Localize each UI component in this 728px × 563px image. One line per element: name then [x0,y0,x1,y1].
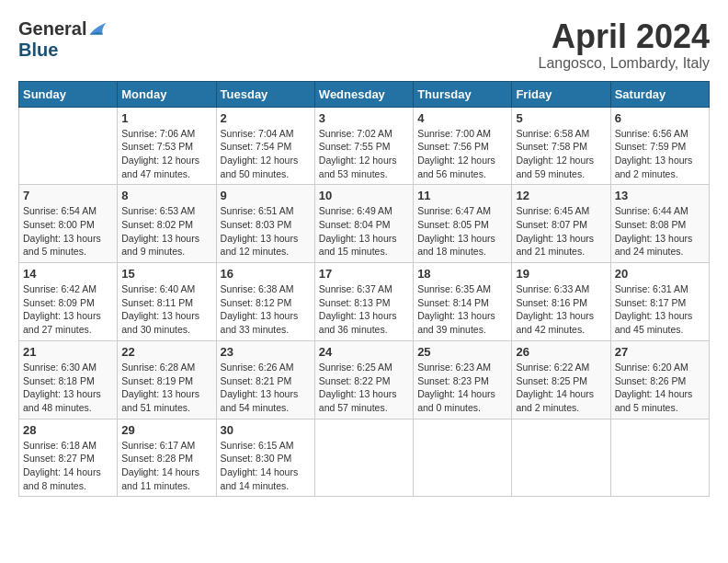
day-number: 8 [121,189,211,202]
calendar-day-cell: 11Sunrise: 6:47 AM Sunset: 8:05 PM Dayli… [414,185,512,263]
day-info: Sunrise: 6:23 AM Sunset: 8:23 PM Dayligh… [417,361,507,415]
calendar-day-cell: 23Sunrise: 6:26 AM Sunset: 8:21 PM Dayli… [216,340,314,419]
calendar-day-cell: 17Sunrise: 6:37 AM Sunset: 8:13 PM Dayli… [314,263,413,341]
calendar-week-row: 1Sunrise: 7:06 AM Sunset: 7:53 PM Daylig… [19,107,710,185]
logo: General Blue [18,18,110,61]
day-info: Sunrise: 6:15 AM Sunset: 8:30 PM Dayligh… [221,439,311,493]
day-number: 3 [319,111,409,125]
calendar-table: SundayMondayTuesdayWednesdayThursdayFrid… [18,81,710,498]
day-number: 2 [221,111,311,125]
day-info: Sunrise: 6:49 AM Sunset: 8:04 PM Dayligh… [319,204,409,259]
day-info: Sunrise: 6:44 AM Sunset: 8:08 PM Dayligh… [615,204,705,259]
logo-general-text: General [18,18,86,40]
calendar-day-cell: 14Sunrise: 6:42 AM Sunset: 8:09 PM Dayli… [19,263,118,341]
calendar-day-cell: 19Sunrise: 6:33 AM Sunset: 8:16 PM Dayli… [512,263,610,341]
location-text: Langosco, Lombardy, Italy [539,55,710,72]
calendar-weekday-friday: Friday [512,81,610,107]
calendar-week-row: 21Sunrise: 6:30 AM Sunset: 8:18 PM Dayli… [19,340,710,419]
calendar-day-cell: 7Sunrise: 6:54 AM Sunset: 8:00 PM Daylig… [19,185,118,263]
calendar-day-cell: 21Sunrise: 6:30 AM Sunset: 8:18 PM Dayli… [19,340,118,419]
day-info: Sunrise: 6:45 AM Sunset: 8:07 PM Dayligh… [516,204,606,259]
day-number: 13 [615,189,705,202]
day-number: 4 [417,111,507,125]
calendar-weekday-saturday: Saturday [610,81,709,107]
day-info: Sunrise: 6:28 AM Sunset: 8:19 PM Dayligh… [121,361,211,415]
day-info: Sunrise: 6:53 AM Sunset: 8:02 PM Dayligh… [121,204,211,259]
calendar-day-cell: 5Sunrise: 6:58 AM Sunset: 7:58 PM Daylig… [512,107,610,185]
day-number: 26 [516,345,606,359]
calendar-day-cell: 16Sunrise: 6:38 AM Sunset: 8:12 PM Dayli… [216,263,314,341]
calendar-weekday-thursday: Thursday [414,81,512,107]
day-info: Sunrise: 6:47 AM Sunset: 8:05 PM Dayligh… [417,204,507,259]
day-number: 29 [121,423,211,437]
calendar-week-row: 28Sunrise: 6:18 AM Sunset: 8:27 PM Dayli… [19,419,710,497]
calendar-weekday-monday: Monday [118,81,216,107]
day-number: 11 [417,189,507,202]
day-number: 25 [417,345,507,359]
day-number: 16 [221,267,311,281]
day-info: Sunrise: 6:31 AM Sunset: 8:17 PM Dayligh… [615,282,705,337]
day-number: 28 [23,423,113,437]
logo-bird-icon [88,21,110,38]
calendar-day-cell: 22Sunrise: 6:28 AM Sunset: 8:19 PM Dayli… [118,340,216,419]
day-number: 18 [417,267,507,281]
calendar-day-cell [512,419,610,497]
day-number: 20 [615,267,705,281]
calendar-day-cell: 15Sunrise: 6:40 AM Sunset: 8:11 PM Dayli… [118,263,216,341]
day-info: Sunrise: 7:04 AM Sunset: 7:54 PM Dayligh… [221,127,311,181]
calendar-day-cell [314,419,413,497]
day-number: 1 [121,111,211,125]
day-number: 6 [615,111,705,125]
day-number: 15 [121,267,211,281]
calendar-day-cell: 29Sunrise: 6:17 AM Sunset: 8:28 PM Dayli… [118,419,216,497]
day-number: 17 [319,267,409,281]
title-section: April 2024 Langosco, Lombardy, Italy [539,18,710,72]
calendar-day-cell: 28Sunrise: 6:18 AM Sunset: 8:27 PM Dayli… [19,419,118,497]
calendar-weekday-wednesday: Wednesday [314,81,413,107]
calendar-day-cell: 26Sunrise: 6:22 AM Sunset: 8:25 PM Dayli… [512,340,610,419]
calendar-day-cell: 13Sunrise: 6:44 AM Sunset: 8:08 PM Dayli… [610,185,709,263]
day-number: 7 [23,189,113,202]
calendar-week-row: 7Sunrise: 6:54 AM Sunset: 8:00 PM Daylig… [19,185,710,263]
day-info: Sunrise: 6:56 AM Sunset: 7:59 PM Dayligh… [615,127,705,181]
calendar-day-cell: 18Sunrise: 6:35 AM Sunset: 8:14 PM Dayli… [414,263,512,341]
calendar-day-cell [610,419,709,497]
day-info: Sunrise: 6:30 AM Sunset: 8:18 PM Dayligh… [23,361,113,415]
day-info: Sunrise: 6:40 AM Sunset: 8:11 PM Dayligh… [121,282,211,337]
calendar-day-cell: 25Sunrise: 6:23 AM Sunset: 8:23 PM Dayli… [414,340,512,419]
month-title: April 2024 [539,18,710,55]
calendar-day-cell: 6Sunrise: 6:56 AM Sunset: 7:59 PM Daylig… [610,107,709,185]
day-number: 27 [615,345,705,359]
calendar-day-cell: 4Sunrise: 7:00 AM Sunset: 7:56 PM Daylig… [414,107,512,185]
calendar-day-cell: 10Sunrise: 6:49 AM Sunset: 8:04 PM Dayli… [314,185,413,263]
day-info: Sunrise: 6:18 AM Sunset: 8:27 PM Dayligh… [23,439,113,493]
day-number: 19 [516,267,606,281]
calendar-day-cell [414,419,512,497]
day-info: Sunrise: 6:17 AM Sunset: 8:28 PM Dayligh… [121,439,211,493]
day-number: 12 [516,189,606,202]
calendar-day-cell: 9Sunrise: 6:51 AM Sunset: 8:03 PM Daylig… [216,185,314,263]
day-info: Sunrise: 6:37 AM Sunset: 8:13 PM Dayligh… [319,282,409,337]
day-number: 21 [23,345,113,359]
day-info: Sunrise: 7:00 AM Sunset: 7:56 PM Dayligh… [417,127,507,181]
day-number: 10 [319,189,409,202]
day-info: Sunrise: 6:51 AM Sunset: 8:03 PM Dayligh… [221,204,311,259]
day-info: Sunrise: 6:26 AM Sunset: 8:21 PM Dayligh… [221,361,311,415]
day-info: Sunrise: 6:25 AM Sunset: 8:22 PM Dayligh… [319,361,409,415]
calendar-day-cell: 8Sunrise: 6:53 AM Sunset: 8:02 PM Daylig… [118,185,216,263]
day-info: Sunrise: 6:33 AM Sunset: 8:16 PM Dayligh… [516,282,606,337]
day-number: 5 [516,111,606,125]
day-info: Sunrise: 7:02 AM Sunset: 7:55 PM Dayligh… [319,127,409,181]
calendar-day-cell: 20Sunrise: 6:31 AM Sunset: 8:17 PM Dayli… [610,263,709,341]
day-info: Sunrise: 6:20 AM Sunset: 8:26 PM Dayligh… [615,361,705,415]
day-info: Sunrise: 6:54 AM Sunset: 8:00 PM Dayligh… [23,204,113,259]
day-number: 30 [221,423,311,437]
calendar-day-cell: 1Sunrise: 7:06 AM Sunset: 7:53 PM Daylig… [118,107,216,185]
calendar-header-row: SundayMondayTuesdayWednesdayThursdayFrid… [19,81,710,107]
calendar-day-cell: 30Sunrise: 6:15 AM Sunset: 8:30 PM Dayli… [216,419,314,497]
day-number: 14 [23,267,113,281]
day-number: 22 [121,345,211,359]
calendar-day-cell: 3Sunrise: 7:02 AM Sunset: 7:55 PM Daylig… [314,107,413,185]
day-info: Sunrise: 7:06 AM Sunset: 7:53 PM Dayligh… [121,127,211,181]
day-info: Sunrise: 6:35 AM Sunset: 8:14 PM Dayligh… [417,282,507,337]
